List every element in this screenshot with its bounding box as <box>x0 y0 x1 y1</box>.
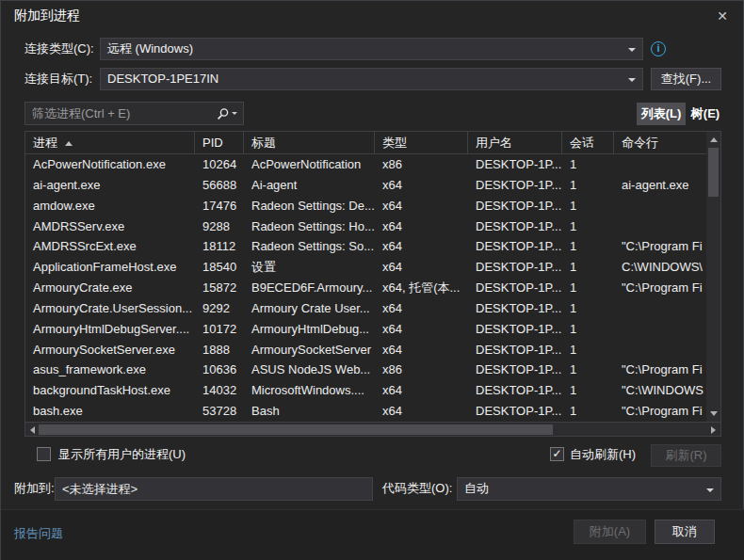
dialog-title: 附加到进程 <box>14 8 80 24</box>
cell-pid: 14032 <box>195 380 244 401</box>
cell-cmdline: ai-agent.exe <box>614 175 705 196</box>
cell-process: bash.exe <box>25 401 195 422</box>
cell-session: 1 <box>562 319 614 340</box>
attach-button[interactable]: 附加(A) <box>574 520 646 544</box>
cell-pid: 17476 <box>195 196 244 216</box>
filter-box <box>24 102 244 125</box>
column-header-cmdline[interactable]: 命令行 <box>614 132 705 153</box>
report-problem-link[interactable]: 报告问题 <box>14 525 63 542</box>
connection-target-label: 连接目标(T): <box>24 68 92 90</box>
show-all-users-label: 显示所有用户的进程(U) <box>58 443 186 466</box>
table-row[interactable]: ai-agent.exe56688Ai-agentx64DESKTOP-1P..… <box>25 175 706 196</box>
column-header-title[interactable]: 标题 <box>244 132 375 153</box>
cell-process: AMDRSSrcExt.exe <box>25 236 195 257</box>
cell-title: Radeon Settings: So... <box>244 236 375 257</box>
cell-type: x64 <box>375 319 468 340</box>
column-header-session[interactable]: 会话 <box>562 132 614 153</box>
cell-title: Radeon Settings: Ho... <box>244 216 375 237</box>
chevron-down-icon[interactable] <box>232 112 237 115</box>
cell-pid: 9292 <box>195 298 244 319</box>
cell-pid: 1888 <box>195 340 244 360</box>
auto-refresh-label: 自动刷新(H) <box>570 443 636 466</box>
cell-cmdline <box>614 319 705 340</box>
cell-type: x64 <box>375 196 468 216</box>
info-icon[interactable] <box>651 41 666 56</box>
cancel-button[interactable]: 取消 <box>655 520 715 544</box>
cell-title: Ai-agent <box>244 175 375 196</box>
cell-title: Radeon Settings: De... <box>244 196 375 216</box>
cell-title: Bash <box>244 401 375 422</box>
footer-bar: 报告问题 附加(A) 取消 <box>1 509 744 560</box>
cell-type: x64, 托管(本... <box>375 278 468 298</box>
tree-view-button[interactable]: 树(E) <box>689 103 721 125</box>
connection-type-select[interactable]: 远程 (Windows) <box>100 38 643 60</box>
cell-title: ArmouryHtmlDebug... <box>244 319 375 340</box>
table-row[interactable]: backgroundTaskHost.exe14032MicrosoftWind… <box>25 380 706 401</box>
column-header-pid[interactable]: PID <box>195 132 244 153</box>
cell-user: DESKTOP-1P... <box>468 196 562 216</box>
vertical-scrollbar[interactable] <box>706 132 720 422</box>
auto-refresh-checkbox[interactable] <box>550 447 564 461</box>
attach-to-process-dialog: 附加到进程 连接类型(C): 远程 (Windows) 连接目标(T): DES… <box>0 0 744 560</box>
refresh-button[interactable]: 刷新(R) <box>651 444 721 467</box>
cell-type: x64 <box>375 340 468 360</box>
scroll-up-icon[interactable] <box>710 137 718 142</box>
column-header-user[interactable]: 用户名 <box>468 132 562 153</box>
table-row[interactable]: AMDRSServ.exe9288Radeon Settings: Ho...x… <box>25 216 706 237</box>
table-row[interactable]: asus_framework.exe10636ASUS NodeJS Web..… <box>25 360 706 380</box>
table-row[interactable]: ArmouryHtmlDebugServer....10172ArmouryHt… <box>25 319 706 340</box>
attach-to-field[interactable]: <未选择进程> <box>55 477 373 501</box>
find-button[interactable]: 查找(F)... <box>651 68 721 90</box>
show-all-users-checkbox[interactable] <box>37 447 51 461</box>
scroll-down-icon[interactable] <box>710 411 718 416</box>
cell-pid: 9288 <box>195 216 244 237</box>
cell-session: 1 <box>562 196 614 216</box>
cell-process: ArmouryHtmlDebugServer.... <box>25 319 195 340</box>
cell-user: DESKTOP-1P... <box>468 401 562 422</box>
list-view-button[interactable]: 列表(L) <box>637 103 686 125</box>
cell-pid: 18540 <box>195 257 244 278</box>
attach-to-label: 附加到: <box>14 477 55 500</box>
table-row[interactable]: amdow.exe17476Radeon Settings: De...x64D… <box>25 196 706 216</box>
close-icon[interactable] <box>710 5 735 27</box>
cell-pid: 15872 <box>195 278 244 298</box>
table-row[interactable]: AMDRSSrcExt.exe18112Radeon Settings: So.… <box>25 236 706 257</box>
cell-process: ArmouryCrate.UserSession... <box>25 298 195 319</box>
cell-session: 1 <box>562 175 614 196</box>
connection-target-select[interactable]: DESKTOP-1PE17IN <box>100 68 643 90</box>
cell-session: 1 <box>562 278 614 298</box>
column-header-process[interactable]: 进程 <box>25 132 195 153</box>
table-row[interactable]: ArmouryCrate.exe15872B9ECED6F.Armoury...… <box>25 278 706 298</box>
search-icon[interactable] <box>217 107 230 120</box>
cell-user: DESKTOP-1P... <box>468 278 562 298</box>
cell-process: AMDRSServ.exe <box>25 216 195 237</box>
vertical-scroll-thumb[interactable] <box>708 148 719 197</box>
cell-cmdline <box>614 298 705 319</box>
cell-title: MicrosoftWindows.... <box>244 380 375 401</box>
horizontal-scroll-thumb[interactable] <box>39 424 553 435</box>
cell-process: backgroundTaskHost.exe <box>25 380 195 401</box>
table-row[interactable]: ArmourySocketServer.exe1888ArmourySocket… <box>25 340 706 360</box>
cell-type: x64 <box>375 216 468 237</box>
cell-user: DESKTOP-1P... <box>468 236 562 257</box>
cell-cmdline: "C:\Program Fi <box>614 278 705 298</box>
cell-cmdline: "C:\WINDOWS <box>614 380 705 401</box>
horizontal-scrollbar[interactable] <box>25 422 720 436</box>
connection-type-label: 连接类型(C): <box>24 38 94 60</box>
cell-title: 设置 <box>244 257 375 278</box>
column-header-type[interactable]: 类型 <box>375 132 468 153</box>
scroll-right-icon[interactable] <box>711 426 716 434</box>
chevron-down-icon <box>628 48 636 52</box>
cell-session: 1 <box>562 257 614 278</box>
code-type-select[interactable]: 自动 <box>457 477 721 501</box>
cell-type: x64 <box>375 257 468 278</box>
cell-pid: 53728 <box>195 401 244 422</box>
table-row[interactable]: ApplicationFrameHost.exe18540设置x64DESKTO… <box>25 257 706 278</box>
table-row[interactable]: ArmouryCrate.UserSession...9292Armoury C… <box>25 298 706 319</box>
scroll-left-icon[interactable] <box>30 426 35 434</box>
cell-session: 1 <box>562 340 614 360</box>
table-row[interactable]: bash.exe53728Bashx64DESKTOP-1P...1"C:\Pr… <box>25 401 706 422</box>
filter-input[interactable] <box>25 106 217 120</box>
table-row[interactable]: AcPowerNotification.exe10264AcPowerNotif… <box>25 154 706 175</box>
cell-cmdline <box>614 196 705 216</box>
